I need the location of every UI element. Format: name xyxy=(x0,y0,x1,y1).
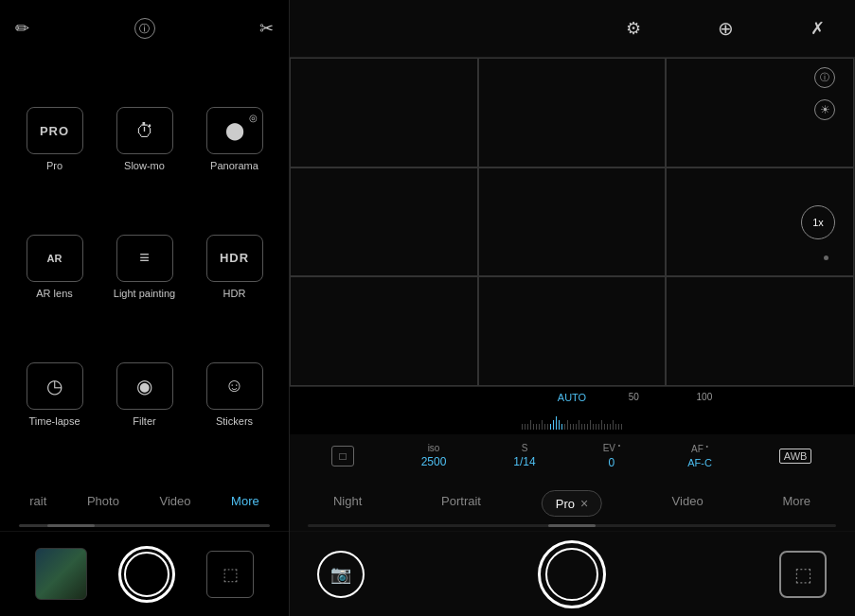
thumbnail-image[interactable] xyxy=(35,548,87,600)
nav-video[interactable]: Video xyxy=(151,490,198,512)
mode-time-lapse-label: Time-lapse xyxy=(29,415,80,427)
orbit-icon[interactable]: ⊕ xyxy=(718,17,734,40)
mode-hdr-label: HDR xyxy=(223,288,246,299)
af-setting[interactable]: AF • AF-C xyxy=(687,443,712,467)
zoom-badge[interactable]: 1x xyxy=(801,205,835,239)
mode-slow-mo[interactable]: ⏱ Slow-mo xyxy=(99,76,189,203)
mode-panorama[interactable]: ⬤ ◎ Panorama xyxy=(189,76,279,203)
iso-ruler[interactable]: AUTO 50 100 xyxy=(289,387,855,434)
scroll-indicator xyxy=(19,524,270,527)
vf-info-icon[interactable]: ⓘ xyxy=(814,67,835,88)
pro-badge: Pro × xyxy=(542,490,602,517)
nav-photo[interactable]: Photo xyxy=(80,490,127,512)
mode-ar-label: AR lens xyxy=(36,288,73,299)
pro-badge-close[interactable]: × xyxy=(580,496,588,511)
settings-icon[interactable]: ⚙ xyxy=(626,18,641,39)
small-camera-left[interactable]: 📷 xyxy=(317,551,365,598)
iso-setting[interactable]: iso 2500 xyxy=(421,443,447,468)
left-top-bar: ✏ ⓘ ✂ xyxy=(0,0,289,57)
pro-badge-label: Pro xyxy=(556,497,575,511)
nav-portrait[interactable]: rait xyxy=(22,490,54,512)
shutter-setting[interactable]: S 1/14 xyxy=(513,443,535,468)
edit-icon[interactable]: ✏ xyxy=(15,18,29,39)
ev-setting[interactable]: EV • 0 xyxy=(603,442,621,468)
gallery-icon[interactable]: ⬚ xyxy=(206,551,254,598)
mode-light-painting-label: Light painting xyxy=(114,288,175,299)
shutter-button-left[interactable] xyxy=(118,546,175,603)
mode-stickers[interactable]: ☺ Stickers xyxy=(189,330,279,458)
nav-right-video[interactable]: Video xyxy=(665,490,711,512)
nav-right-portrait[interactable]: Portrait xyxy=(434,490,489,512)
nav-right-more[interactable]: More xyxy=(775,490,818,512)
mode-pro-label: Pro xyxy=(46,160,62,171)
awb-setting[interactable]: AWB xyxy=(779,449,812,464)
mode-grid: PRO Pro ⏱ Slow-mo ⬤ ◎ Panorama AR AR len… xyxy=(0,57,289,477)
mode-panorama-label: Panorama xyxy=(210,160,258,171)
info-icon[interactable]: ⓘ xyxy=(134,18,155,39)
mode-filter-label: Filter xyxy=(133,415,155,427)
zoom-dot xyxy=(824,255,828,260)
mode-hdr[interactable]: HDR HDR xyxy=(189,203,279,331)
mode-stickers-label: Stickers xyxy=(216,415,253,427)
bottom-nav-left: rait Photo Video More xyxy=(0,477,289,524)
bottom-thumbnails-left: ⬚ xyxy=(0,531,289,616)
right-panel: ⚙ ⊕ ✗ ✺ AI ⚙ ⓘ ☀ 1x AUTO 50 xyxy=(289,0,855,616)
top-toolbar-right: ⚙ ⊕ ✗ ✺ AI ⚙ xyxy=(578,0,855,57)
cam-settings-bar: □ iso 2500 S 1/14 EV • 0 AF • AF-C AWB xyxy=(289,434,855,477)
viewfinder: ⓘ ☀ 1x xyxy=(289,57,855,387)
mode-time-lapse[interactable]: ◷ Time-lapse xyxy=(9,330,99,458)
mode-filter[interactable]: ◉ Filter xyxy=(99,330,189,458)
mode-ar-lens[interactable]: AR AR lens xyxy=(9,203,99,331)
main-shutter-button[interactable] xyxy=(538,540,606,608)
iso-auto-label: AUTO xyxy=(558,392,586,403)
mode-light-painting[interactable]: ≡ Light painting xyxy=(99,203,189,331)
iso-100-label: 100 xyxy=(697,392,713,402)
nav-more[interactable]: More xyxy=(223,490,267,512)
bottom-scroll-indicator xyxy=(308,524,836,527)
panel-divider xyxy=(289,0,290,616)
mode-slow-mo-label: Slow-mo xyxy=(124,160,165,171)
scissors-icon[interactable]: ✂ xyxy=(259,18,274,39)
gallery-icon-right[interactable]: ⬚ xyxy=(779,551,827,598)
flash-off-icon[interactable]: ✗ xyxy=(810,18,825,39)
iso-50-label: 50 xyxy=(629,392,639,402)
format-indicator[interactable]: □ xyxy=(331,446,353,466)
bottom-cam-buttons: 📷 ⬚ xyxy=(289,531,855,616)
vf-brightness-icon[interactable]: ☀ xyxy=(814,99,835,120)
vf-right-icons: ⓘ ☀ xyxy=(814,67,835,120)
left-panel: ✏ ⓘ ✂ PRO Pro ⏱ Slow-mo ⬤ ◎ Panorama xyxy=(0,0,289,616)
nav-right-night[interactable]: Night xyxy=(326,490,369,512)
mode-pro[interactable]: PRO Pro xyxy=(9,76,99,203)
